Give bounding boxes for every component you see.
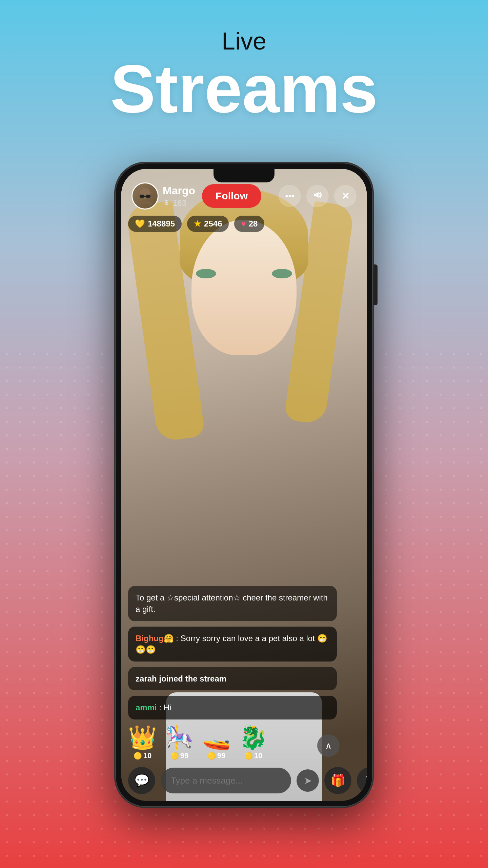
streams-label: Streams bbox=[0, 55, 488, 123]
coins-badge: 💛 148895 bbox=[128, 216, 182, 232]
chat-username-bighug: Bighug🤗 bbox=[136, 634, 174, 643]
coin-icon-4: 🟡 bbox=[244, 752, 253, 760]
heart-icon: ♡ bbox=[365, 773, 367, 788]
gift-crown-icon: 👑 bbox=[128, 726, 157, 749]
close-button[interactable]: ✕ bbox=[334, 185, 357, 207]
svg-rect-2 bbox=[146, 195, 150, 198]
hearts-badge: ♥ 28 bbox=[234, 216, 264, 232]
svg-rect-3 bbox=[144, 196, 146, 197]
coin-icon-1: 🟡 bbox=[134, 752, 142, 760]
page-title-area: Live Streams bbox=[0, 27, 488, 123]
streamer-avatar[interactable] bbox=[131, 182, 159, 210]
gift-crown-cost: 🟡 10 bbox=[134, 751, 151, 760]
chat-icon-button[interactable]: 💬 bbox=[128, 767, 155, 794]
more-options-button[interactable]: ••• bbox=[279, 185, 301, 207]
volume-icon bbox=[313, 190, 322, 202]
chat-join-message: zarah joined the stream bbox=[128, 667, 337, 691]
gift-boat-cost: 🟡 99 bbox=[207, 751, 225, 760]
chat-message-ammi: ammi : Hi bbox=[128, 696, 337, 719]
coin-icon-2: 🟡 bbox=[170, 752, 179, 760]
gift-carousel-icon: 🎠 bbox=[165, 726, 194, 749]
svg-marker-4 bbox=[314, 192, 319, 198]
chat-bubble-icon: 💬 bbox=[134, 773, 149, 788]
gift-item-dragon[interactable]: 🐉 🟡 10 bbox=[239, 726, 268, 760]
avatar-image bbox=[133, 183, 158, 209]
gift-boat-icon: 🚤 bbox=[202, 726, 231, 749]
chat-area: To get a ☆special attention☆ cheer the s… bbox=[128, 586, 360, 719]
top-bar: Margo 👁 163 Follow ••• bbox=[121, 182, 367, 210]
top-right-icons: ••• ✕ bbox=[279, 185, 357, 207]
stars-badge: ★ 2546 bbox=[187, 216, 229, 232]
phone-notch bbox=[214, 169, 274, 182]
phone-mockup: Margo 👁 163 Follow ••• bbox=[115, 163, 373, 807]
coin-icon-3: 🟡 bbox=[207, 752, 216, 760]
svg-rect-1 bbox=[140, 195, 144, 198]
star-icon: ★ bbox=[194, 219, 201, 229]
coin-icon: 💛 bbox=[135, 219, 145, 229]
gift-item-crown[interactable]: 👑 🟡 10 bbox=[128, 726, 157, 760]
gift-icon: 🎁 bbox=[330, 773, 346, 788]
send-icon: ➤ bbox=[304, 775, 312, 786]
volume-button[interactable] bbox=[306, 185, 329, 207]
more-icon: ••• bbox=[285, 191, 294, 201]
heart-button[interactable]: ♡ bbox=[357, 767, 367, 794]
chat-system-message: To get a ☆special attention☆ cheer the s… bbox=[128, 586, 337, 621]
bottom-bar: 💬 ➤ 🎁 ♡ bbox=[128, 767, 360, 794]
phone-frame: Margo 👁 163 Follow ••• bbox=[115, 163, 373, 807]
viewer-count: 👁 163 bbox=[163, 198, 195, 208]
follow-button[interactable]: Follow bbox=[202, 184, 261, 208]
stats-bar: 💛 148895 ★ 2546 ♥ 28 bbox=[128, 216, 264, 232]
gift-item-carousel[interactable]: 🎠 🟡 99 bbox=[165, 726, 194, 760]
gift-carousel-cost: 🟡 99 bbox=[170, 751, 188, 760]
gift-dragon-cost: 🟡 10 bbox=[244, 751, 262, 760]
gifts-row: 👑 🟡 10 🎠 🟡 99 🚤 🟡 bbox=[128, 726, 340, 760]
phone-screen: Margo 👁 163 Follow ••• bbox=[121, 169, 367, 801]
chevron-up-icon: ∧ bbox=[325, 740, 332, 751]
scroll-up-button[interactable]: ∧ bbox=[317, 734, 340, 757]
chat-message-bighug: Bighug🤗 : Sorry sorry can love a a pet a… bbox=[128, 627, 337, 662]
close-icon: ✕ bbox=[342, 191, 349, 202]
streamer-name: Margo bbox=[163, 184, 195, 197]
gift-button[interactable]: 🎁 bbox=[324, 767, 351, 794]
heart-stat-icon: ♥ bbox=[241, 219, 246, 229]
gift-dragon-icon: 🐉 bbox=[239, 726, 268, 749]
message-input[interactable] bbox=[161, 768, 291, 793]
send-button[interactable]: ➤ bbox=[297, 769, 319, 792]
streamer-info: Margo 👁 163 bbox=[163, 184, 195, 208]
eye-icon: 👁 bbox=[163, 198, 171, 208]
chat-username-ammi: ammi bbox=[136, 703, 157, 712]
gift-item-boat[interactable]: 🚤 🟡 99 bbox=[202, 726, 231, 760]
